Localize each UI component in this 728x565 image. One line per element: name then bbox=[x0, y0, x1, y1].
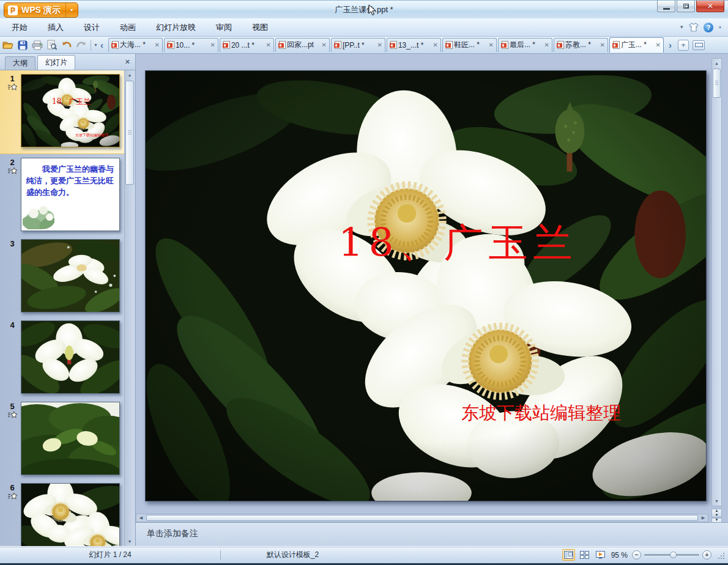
ppt-file-icon bbox=[612, 41, 620, 49]
scrollbar-thumb[interactable] bbox=[125, 81, 134, 185]
slide-number: 6 bbox=[4, 483, 21, 492]
slide-thumbnail-2[interactable]: 2 我爱广玉兰的幽香与纯洁，更爱广玉兰无比旺盛的生命力。 bbox=[0, 154, 125, 235]
menu-view[interactable]: 视图 bbox=[243, 19, 277, 36]
undo-button[interactable] bbox=[60, 39, 73, 52]
tab-close-icon[interactable]: ✕ bbox=[322, 42, 327, 48]
tab-close-icon[interactable]: ✕ bbox=[155, 42, 160, 48]
open-file-button[interactable] bbox=[1, 39, 15, 52]
tab-close-icon[interactable]: ✕ bbox=[600, 42, 605, 48]
document-tab-3[interactable]: 20 ...t * ✕ bbox=[220, 38, 274, 52]
magnolia-photo bbox=[146, 71, 706, 501]
thumbnail-photo bbox=[21, 321, 119, 393]
save-button[interactable] bbox=[16, 39, 29, 52]
tab-list-button[interactable] bbox=[693, 40, 705, 50]
scrollbar-thumb[interactable] bbox=[713, 68, 721, 98]
tab-close-icon[interactable]: ✕ bbox=[210, 42, 215, 48]
slide-thumbnail-3[interactable]: 3 bbox=[0, 235, 125, 317]
help-dropdown-icon[interactable]: ▼ bbox=[718, 26, 722, 29]
document-tab-2[interactable]: 10... * ✕ bbox=[164, 38, 218, 52]
outline-tab[interactable]: 大纲 bbox=[5, 56, 35, 70]
zoom-level: 95 % bbox=[611, 551, 628, 559]
slide-thumbnail-5[interactable]: 5 bbox=[0, 398, 125, 479]
restore-button[interactable] bbox=[677, 1, 695, 12]
scroll-down-icon[interactable]: ▼ bbox=[712, 497, 721, 506]
ppt-file-icon bbox=[167, 41, 174, 49]
help-icon[interactable]: ? bbox=[704, 23, 713, 32]
slide-title-text[interactable]: 18、广玉兰 bbox=[338, 216, 578, 270]
animation-star-icon bbox=[7, 492, 18, 500]
zoom-slider[interactable] bbox=[644, 554, 699, 556]
document-tab-8[interactable]: 最后... * ✕ bbox=[498, 38, 552, 52]
scroll-up-icon[interactable]: ▲ bbox=[125, 70, 135, 79]
toolbar-more-dropdown-icon[interactable]: ▼ bbox=[94, 43, 98, 47]
workspace: 大纲 幻灯片 ✕ 1 18、广玉兰 东坡下载站编辑整理 bbox=[0, 54, 728, 546]
tab-close-icon[interactable]: ✕ bbox=[377, 42, 382, 48]
new-tab-button[interactable]: + bbox=[678, 40, 689, 51]
document-tab-4[interactable]: 回家...pt ✕ bbox=[275, 38, 330, 52]
menu-animation[interactable]: 动画 bbox=[111, 19, 144, 36]
slide-thumbnail-4[interactable]: 4 bbox=[0, 317, 125, 398]
toolbar: ▼ ‹ 大海... * ✕ 10... * ✕ 20 ...t * ✕ 回家..… bbox=[0, 37, 728, 54]
zoom-in-button[interactable]: + bbox=[702, 550, 711, 559]
ppt-file-icon bbox=[445, 41, 453, 49]
tab-close-icon[interactable]: ✕ bbox=[656, 42, 661, 48]
tab-scroll-right-icon[interactable]: › bbox=[666, 40, 674, 50]
skin-theme-icon[interactable] bbox=[689, 23, 699, 32]
slide-credit-text[interactable]: 东坡下载站编辑整理 bbox=[461, 401, 621, 426]
scroll-up-icon[interactable]: ▲ bbox=[712, 59, 721, 68]
tab-close-icon[interactable]: ✕ bbox=[489, 42, 494, 48]
menubar: 开始 插入 设计 动画 幻灯片放映 审阅 视图 ▼ ? ▼ bbox=[0, 18, 728, 37]
thumb-slide-credit: 东坡下载站编辑整理 bbox=[75, 133, 108, 138]
horizontal-scrollbar[interactable]: ◀ ▶ bbox=[136, 514, 708, 522]
tab-scroll-left-icon[interactable]: ‹ bbox=[98, 40, 106, 50]
notes-input[interactable]: 单击添加备注 bbox=[136, 522, 728, 546]
print-preview-button[interactable] bbox=[45, 39, 59, 52]
minimize-button[interactable] bbox=[657, 1, 675, 12]
document-tab-5[interactable]: [PP..t * ✕ bbox=[331, 38, 385, 52]
resize-grip[interactable] bbox=[717, 552, 724, 559]
document-tab-1[interactable]: 大海... * ✕ bbox=[108, 38, 163, 52]
current-slide-canvas[interactable]: 18、广玉兰 东坡下载站编辑整理 bbox=[145, 70, 707, 501]
zoom-slider-thumb[interactable] bbox=[670, 552, 677, 558]
slide-thumbnail-6[interactable]: 6 bbox=[0, 479, 125, 546]
tab-close-icon[interactable]: ✕ bbox=[433, 42, 438, 48]
scroll-down-icon[interactable]: ▼ bbox=[125, 537, 135, 546]
vertical-scrollbar[interactable]: ▲ ▼ bbox=[711, 58, 722, 506]
document-tab-9[interactable]: 苏教... * ✕ bbox=[554, 38, 608, 52]
slide-thumbnail-1[interactable]: 1 18、广玉兰 东坡下载站编辑整理 bbox=[0, 70, 125, 154]
slideshow-button[interactable] bbox=[594, 549, 607, 561]
document-tab-6[interactable]: 13_...t * ✕ bbox=[387, 38, 441, 52]
thumb-slide2-text: 我爱广玉兰的幽香与纯洁，更爱广玉兰无比旺盛的生命力。 bbox=[21, 158, 119, 199]
zoom-out-button[interactable]: − bbox=[632, 550, 641, 559]
redo-button[interactable] bbox=[75, 39, 88, 52]
ppt-file-icon bbox=[390, 41, 397, 49]
menu-design[interactable]: 设计 bbox=[75, 19, 108, 36]
ribbon-collapse-icon[interactable]: ▼ bbox=[679, 24, 684, 30]
slides-tab[interactable]: 幻灯片 bbox=[37, 55, 75, 70]
slide-panel: 大纲 幻灯片 ✕ 1 18、广玉兰 东坡下载站编辑整理 bbox=[0, 54, 136, 546]
animation-star-icon bbox=[7, 411, 18, 418]
close-button[interactable]: ✕ bbox=[696, 1, 724, 12]
window-title: 广玉兰课件.ppt * bbox=[0, 4, 728, 15]
ppt-file-icon bbox=[278, 41, 286, 49]
normal-view-button[interactable] bbox=[562, 549, 575, 561]
slide-sorter-button[interactable] bbox=[578, 549, 591, 561]
document-tab-10-active[interactable]: 广玉... * ✕ bbox=[609, 37, 664, 53]
print-button[interactable] bbox=[31, 39, 44, 52]
scrollbar-thumb[interactable] bbox=[146, 515, 698, 521]
ppt-file-icon bbox=[223, 41, 230, 49]
panel-scrollbar[interactable]: ▲ ▼ bbox=[124, 70, 135, 546]
tab-close-icon[interactable]: ✕ bbox=[266, 42, 271, 48]
tab-close-icon[interactable]: ✕ bbox=[544, 42, 549, 48]
design-template-name[interactable]: 默认设计模板_2 bbox=[221, 550, 365, 560]
menu-home[interactable]: 开始 bbox=[3, 19, 36, 36]
slide-counter: 幻灯片 1 / 24 bbox=[0, 550, 220, 560]
menu-slideshow[interactable]: 幻灯片放映 bbox=[147, 19, 204, 36]
document-tab-7[interactable]: 鞋匠... * ✕ bbox=[442, 38, 497, 52]
scroll-left-icon[interactable]: ◀ bbox=[136, 514, 146, 522]
scroll-right-icon[interactable]: ▶ bbox=[699, 514, 708, 522]
menu-insert[interactable]: 插入 bbox=[39, 19, 72, 36]
menu-review[interactable]: 审阅 bbox=[207, 19, 240, 36]
previous-slide-button[interactable]: ▲▲ bbox=[711, 509, 722, 517]
panel-close-icon[interactable]: ✕ bbox=[125, 58, 130, 66]
